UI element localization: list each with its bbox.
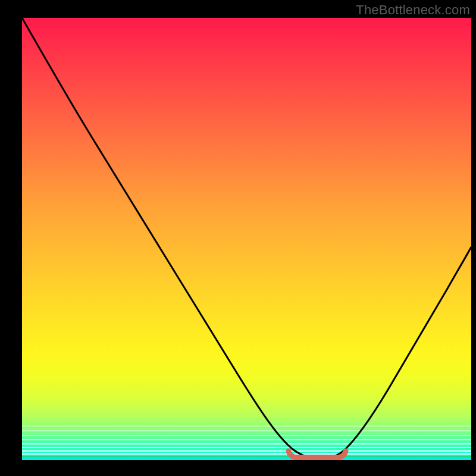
chart-frame: TheBottleneck.com: [0, 0, 476, 476]
curve-layer: [22, 18, 471, 460]
plot-area: [22, 18, 471, 460]
bottleneck-curve: [22, 18, 471, 458]
watermark-text: TheBottleneck.com: [356, 2, 470, 18]
